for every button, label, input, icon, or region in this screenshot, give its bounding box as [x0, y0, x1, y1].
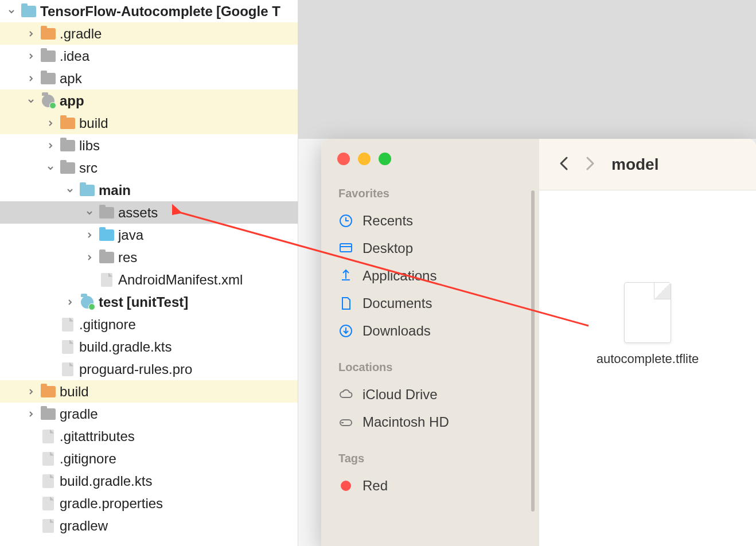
- chevron-right-icon[interactable]: [45, 142, 56, 149]
- minimize-button[interactable]: [358, 153, 371, 165]
- tree-row[interactable]: build: [0, 380, 298, 403]
- sidebar-item-applications[interactable]: Applications: [337, 262, 539, 290]
- tree-row[interactable]: apk: [0, 67, 298, 89]
- file-icon: [40, 430, 56, 443]
- sidebar-item-macintosh-hd[interactable]: Macintosh HD: [337, 408, 539, 436]
- file-icon: [624, 282, 671, 343]
- chevron-right-icon[interactable]: [25, 388, 37, 395]
- ide-project-tree[interactable]: TensorFlow-Autocomplete [Google T.gradle…: [0, 0, 298, 546]
- zoom-button[interactable]: [379, 153, 391, 165]
- sidebar-item-label: Macintosh HD: [363, 414, 449, 430]
- tree-label: libs: [79, 138, 100, 154]
- sidebar-item-red[interactable]: Red: [337, 472, 539, 500]
- download-icon: [338, 323, 353, 338]
- folder-icon: [40, 385, 56, 399]
- finder-body[interactable]: autocomplete.tflite: [539, 190, 756, 546]
- sidebar-item-documents[interactable]: Documents: [337, 290, 539, 317]
- file-item[interactable]: autocomplete.tflite: [596, 282, 699, 368]
- chevron-right-icon[interactable]: [64, 299, 76, 306]
- tree-row[interactable]: res: [0, 246, 298, 268]
- tree-row[interactable]: .gradle: [0, 22, 298, 45]
- tree-label: AndroidManifest.xml: [118, 272, 243, 288]
- clock-icon: [338, 213, 353, 228]
- chevron-down-icon[interactable]: [45, 165, 56, 171]
- tree-label: TensorFlow-Autocomplete: [40, 3, 213, 20]
- sidebar-item-desktop[interactable]: Desktop: [337, 235, 539, 262]
- tree-row[interactable]: gradle: [0, 403, 298, 425]
- folder-icon: [40, 27, 56, 41]
- tree-row[interactable]: gradle.properties: [0, 492, 298, 514]
- finder-window: FavoritesRecentsDesktopApplicationsDocum…: [321, 139, 756, 546]
- tree-label: .gradle: [60, 26, 102, 42]
- tree-label: .idea: [60, 48, 89, 64]
- chevron-down-icon[interactable]: [84, 209, 95, 216]
- doc-icon: [338, 296, 353, 311]
- tree-row[interactable]: gradlew: [0, 514, 298, 537]
- tree-label: app: [60, 93, 84, 109]
- finder-toolbar: model: [539, 139, 756, 190]
- chevron-down-icon[interactable]: [6, 8, 17, 15]
- chevron-right-icon[interactable]: [84, 254, 95, 261]
- apps-icon: [338, 268, 353, 283]
- tree-suffix: [unitTest]: [127, 294, 189, 310]
- tree-row[interactable]: build.gradle.kts: [0, 336, 298, 358]
- folder-icon: [99, 228, 115, 242]
- tree-label: java: [118, 227, 143, 243]
- tree-row[interactable]: .gitignore: [0, 313, 298, 336]
- tree-label: res: [118, 249, 137, 266]
- sidebar-item-label: Recents: [363, 213, 413, 229]
- tree-row[interactable]: AndroidManifest.xml: [0, 268, 298, 291]
- desktop-icon: [338, 241, 353, 256]
- tree-label: apk: [60, 71, 82, 87]
- chevron-right-icon[interactable]: [84, 232, 95, 239]
- close-button[interactable]: [337, 153, 350, 165]
- sidebar-heading: Favorites: [338, 187, 539, 200]
- tree-row[interactable]: app: [0, 89, 298, 112]
- desktop-background: [298, 0, 756, 139]
- tree-label: gradlew: [60, 518, 108, 534]
- finder-sidebar: FavoritesRecentsDesktopApplicationsDocum…: [321, 139, 539, 546]
- sidebar-item-recents[interactable]: Recents: [337, 207, 539, 235]
- tree-row[interactable]: assets: [0, 201, 298, 224]
- folder-icon: [79, 295, 95, 309]
- tree-label: test: [99, 294, 123, 310]
- tree-row[interactable]: libs: [0, 134, 298, 157]
- tree-row[interactable]: build.gradle.kts: [0, 470, 298, 492]
- sidebar-item-label: iCloud Drive: [363, 387, 438, 403]
- tree-row[interactable]: TensorFlow-Autocomplete [Google T: [0, 0, 298, 22]
- tree-suffix: [Google T: [216, 3, 280, 20]
- tree-row[interactable]: build: [0, 112, 298, 134]
- tree-label: assets: [118, 205, 158, 221]
- tree-row[interactable]: .idea: [0, 45, 298, 67]
- cloud-icon: [338, 387, 353, 402]
- file-icon: [40, 474, 56, 488]
- tree-row[interactable]: .gitignore: [0, 447, 298, 470]
- tree-label: build: [60, 384, 89, 400]
- chevron-right-icon[interactable]: [25, 411, 37, 418]
- tree-row[interactable]: test [unitTest]: [0, 291, 298, 313]
- tree-row[interactable]: src: [0, 157, 298, 179]
- chevron-right-icon[interactable]: [25, 75, 37, 82]
- tree-row[interactable]: java: [0, 224, 298, 246]
- tree-label: main: [99, 182, 131, 198]
- tag-icon: [338, 478, 353, 493]
- tree-row[interactable]: main: [0, 179, 298, 201]
- sidebar-item-icloud-drive[interactable]: iCloud Drive: [337, 381, 539, 408]
- folder-icon: [40, 407, 56, 421]
- chevron-down-icon[interactable]: [25, 98, 37, 104]
- sidebar-item-label: Desktop: [363, 240, 413, 256]
- chevron-right-icon[interactable]: [25, 30, 37, 37]
- file-icon: [60, 318, 76, 332]
- sidebar-item-downloads[interactable]: Downloads: [337, 317, 539, 345]
- tree-row[interactable]: .gitattributes: [0, 425, 298, 447]
- chevron-right-icon[interactable]: [45, 120, 56, 127]
- chevron-down-icon[interactable]: [64, 187, 76, 194]
- tree-label: build.gradle.kts: [79, 339, 172, 355]
- tree-label: proguard-rules.pro: [79, 361, 192, 377]
- forward-button[interactable]: [585, 155, 595, 174]
- file-icon: [60, 340, 76, 354]
- tree-row[interactable]: proguard-rules.pro: [0, 358, 298, 380]
- finder-title: model: [611, 155, 658, 174]
- back-button[interactable]: [559, 155, 569, 174]
- chevron-right-icon[interactable]: [25, 53, 37, 60]
